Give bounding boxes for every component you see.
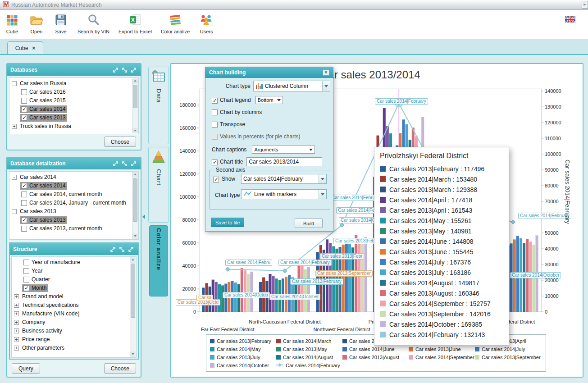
values-in-percents-checkbox[interactable] [212,134,218,140]
chart-captions-select[interactable]: Arguments [252,146,315,154]
build-button[interactable]: Build [295,219,323,228]
scrollbar[interactable] [132,172,138,239]
collapse-node-icon[interactable]: - [12,175,17,180]
toolbar-button-save[interactable]: Save [53,12,68,34]
structure-tree-row[interactable]: +Brand and model [12,292,129,301]
detalization-tree-row[interactable]: -Car sales 2013 [10,207,132,216]
bar[interactable] [298,264,301,312]
chart-title-checkbox[interactable] [212,160,218,165]
legend-item[interactable]: Car sales 2013|June [409,345,475,353]
detalization-tree-row[interactable]: Car sales 2014 [10,182,132,190]
checkbox[interactable] [21,89,27,95]
bar[interactable] [301,266,304,312]
checkbox[interactable] [21,192,27,197]
bar[interactable] [345,242,348,312]
collapse-all-icon[interactable] [118,246,126,253]
expand-node-icon[interactable]: + [14,337,19,342]
dropdown-arrow-icon[interactable] [319,174,326,183]
checkbox[interactable] [21,106,27,112]
maximize-panel-icon[interactable] [127,246,135,253]
detalization-tree-row[interactable]: Car sales 2014, current month [10,190,132,199]
chart-legend-checkbox[interactable] [212,98,218,104]
scroll-up-icon[interactable] [132,172,138,178]
expand-all-icon[interactable] [112,66,119,74]
collapse-sidebar-icon[interactable] [142,214,145,219]
line-marker[interactable] [225,267,230,272]
scroll-thumb[interactable] [133,85,137,108]
legend-position-select[interactable]: Bottom [255,96,283,104]
tab-chart[interactable]: Chart [148,147,169,223]
legend-item[interactable]: Car sales 2013|May [276,345,342,353]
scroll-thumb[interactable] [131,264,135,318]
expand-all-icon[interactable] [112,160,119,168]
second-axis-show-checkbox[interactable] [213,177,219,182]
expand-node-icon[interactable]: + [14,303,19,308]
databases-tree-row[interactable]: -Car sales in Russia [10,79,132,88]
uk-flag-icon[interactable] [565,16,575,24]
legend-item[interactable]: Car sales 2014|October [210,361,276,369]
choose-databases-button[interactable]: Choose [104,137,136,147]
checkbox[interactable] [23,260,29,265]
dropdown-arrow-icon[interactable] [319,190,326,199]
scrollbar[interactable] [132,78,138,133]
line-marker[interactable] [511,220,515,224]
structure-tree-row[interactable]: +Manufacture (VIN code) [12,310,129,318]
scroll-down-icon[interactable] [132,233,138,239]
collapse-all-icon[interactable] [121,160,128,168]
bar[interactable] [244,270,246,312]
expand-node-icon[interactable]: + [14,346,19,351]
legend-item[interactable]: Car sales 2013|September [475,353,541,361]
transpose-checkbox[interactable] [212,122,218,128]
legend-item[interactable]: Car sales 2014|March [276,337,342,345]
legend-item[interactable]: Car sales 2014|May [210,345,276,353]
checkbox[interactable] [21,217,27,223]
detalization-tree-row[interactable]: Car sales 2014, January - current month [10,199,132,207]
structure-tree-row[interactable]: +Business activity [12,327,129,335]
chart-by-columns-checkbox[interactable] [212,109,218,115]
legend-item[interactable]: Car sales 2014|September [409,353,475,361]
databases-tree-row[interactable]: Car sales 2016 [10,88,132,96]
scroll-down-icon[interactable] [130,351,136,357]
toolbar-button-cube[interactable]: Cube [5,12,20,34]
dialog-title-bar[interactable]: Chart building × [205,67,333,78]
checkbox[interactable] [23,268,29,274]
scroll-down-icon[interactable] [132,128,138,133]
toolbar-button-search-by-vin[interactable]: Search by VIN [77,12,109,34]
detalization-tree-row[interactable]: Car sales 2013, current month [10,224,132,233]
collapse-node-icon[interactable]: - [12,81,17,86]
save-to-file-button[interactable]: Save to file [211,218,244,227]
detalization-tree-row[interactable]: Car sales 2013 [10,216,132,224]
legend-item[interactable]: Car sales 2013|February [210,337,276,345]
databases-tree-row[interactable]: +Truck sales in Russia [10,122,132,131]
checkbox[interactable] [21,98,27,104]
tab-close-icon[interactable]: × [32,46,35,51]
expand-all-icon[interactable] [109,246,117,253]
checkbox[interactable] [23,285,29,291]
bar[interactable] [215,282,218,312]
structure-tree-row[interactable]: +Company [12,318,129,327]
chart-title-input[interactable] [246,157,322,166]
legend-item[interactable]: Car sales 2014|August [276,353,342,361]
databases-tree-row[interactable]: Car sales 2014 [10,105,132,114]
bar[interactable] [307,267,310,312]
maximize-panel-icon[interactable] [130,160,137,168]
checkbox[interactable] [21,200,27,206]
toolbar-button-users[interactable]: Users [199,12,214,34]
collapse-node-icon[interactable]: - [12,209,17,214]
legend-item[interactable]: Car sales 2013|August [342,353,409,361]
maximize-panel-icon[interactable] [130,66,137,74]
legend-item[interactable]: Car sales 2014|June [342,345,409,353]
tab-data[interactable]: Data [148,67,169,144]
second-axis-series-dropdown[interactable]: Car sales 2014|February [241,174,327,184]
collapse-all-icon[interactable] [121,66,128,74]
bar[interactable] [221,285,224,312]
window-corner-badge[interactable]: E [582,1,588,9]
toolbar-button-color-analize[interactable]: Color analize [161,12,190,34]
structure-tree-row[interactable]: +Price range [12,335,129,344]
toolbar-button-export-to-excel[interactable]: Export to Excel [119,12,152,34]
second-axis-type-dropdown[interactable]: Line with markers [241,189,327,199]
structure-tree-row[interactable]: Year [12,267,129,275]
scroll-up-icon[interactable] [130,257,136,263]
query-button[interactable]: Query [12,363,40,374]
expand-node-icon[interactable]: + [14,328,19,333]
